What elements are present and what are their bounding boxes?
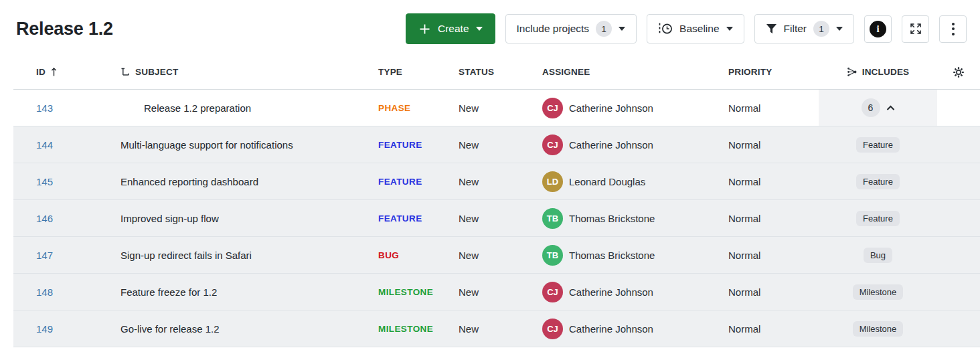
chevron-down-icon <box>836 27 843 31</box>
column-header-assignee[interactable]: ASSIGNEE <box>542 67 728 77</box>
create-button-label: Create <box>438 23 469 35</box>
work-package-subject: Improved sign-up flow <box>120 213 219 224</box>
chevron-down-icon <box>476 27 483 31</box>
assignee-name: Catherine Johnson <box>569 139 653 151</box>
work-package-id-link[interactable]: 148 <box>36 286 53 298</box>
assignee-cell[interactable]: CJ Catherine Johnson <box>542 135 728 155</box>
assignee-name: Leonard Douglas <box>569 176 645 187</box>
column-header-type[interactable]: TYPE <box>378 67 459 77</box>
hierarchy-icon <box>120 67 131 77</box>
info-icon: i <box>870 21 886 37</box>
include-projects-label: Include projects <box>517 23 590 35</box>
filter-count-badge: 1 <box>813 21 829 37</box>
create-button[interactable]: Create <box>406 13 495 44</box>
work-package-type: BUG <box>378 250 399 260</box>
gear-icon <box>953 66 965 78</box>
work-package-priority: Normal <box>728 286 760 298</box>
avatar: CJ <box>542 135 563 155</box>
assignee-cell[interactable]: TB Thomas Brickstone <box>542 245 728 266</box>
plus-icon <box>418 23 431 35</box>
work-package-priority: Normal <box>728 176 760 187</box>
sort-ascending-icon <box>50 67 58 77</box>
kebab-menu-icon <box>952 23 955 35</box>
filter-label: Filter <box>784 23 807 35</box>
work-package-status: New <box>459 213 479 224</box>
work-package-id-link[interactable]: 145 <box>36 176 53 187</box>
column-header-priority[interactable]: PRIORITY <box>728 67 819 77</box>
assignee-name: Catherine Johnson <box>569 102 653 114</box>
avatar: TB <box>542 245 563 266</box>
chevron-up-icon <box>886 105 895 111</box>
assignee-cell[interactable]: CJ Catherine Johnson <box>542 98 728 118</box>
work-package-subject: Release 1.2 preparation <box>144 102 251 114</box>
baseline-clock-icon <box>658 22 673 35</box>
info-button[interactable]: i <box>864 15 892 43</box>
work-package-priority: Normal <box>728 139 760 151</box>
column-header-status[interactable]: STATUS <box>459 67 542 77</box>
work-package-subject: Multi-language support for notifications <box>120 139 293 151</box>
table-row[interactable]: 147 Sign-up redirect fails in Safari BUG… <box>13 237 980 274</box>
table-row[interactable]: 145 Enhanced reporting dashboard FEATURE… <box>13 163 980 200</box>
table-row[interactable]: 143 Release 1.2 preparation PHASE New CJ… <box>13 90 980 126</box>
fullscreen-button[interactable] <box>902 15 929 43</box>
avatar: TB <box>542 208 563 229</box>
relation-type-badge: Feature <box>856 211 900 226</box>
table-row[interactable]: 148 Feature freeze for 1.2 MILESTONE New… <box>13 274 980 310</box>
work-packages-table: ID SUBJECT TYPE STATUS ASSIGNEE PRIORITY <box>13 55 980 347</box>
assignee-cell[interactable]: CJ Catherine Johnson <box>542 282 728 302</box>
relation-type-badge: Feature <box>856 137 900 153</box>
table-row[interactable]: 144 Multi-language support for notificat… <box>13 126 980 163</box>
assignee-cell[interactable]: TB Thomas Brickstone <box>542 208 728 229</box>
work-package-id-link[interactable]: 144 <box>36 139 53 151</box>
table-settings-button[interactable] <box>937 66 980 78</box>
avatar: CJ <box>542 282 563 302</box>
work-package-type: MILESTONE <box>378 324 433 334</box>
column-header-subject[interactable]: SUBJECT <box>120 67 378 77</box>
assignee-cell[interactable]: CJ Catherine Johnson <box>542 319 728 339</box>
work-package-subject: Enhanced reporting dashboard <box>120 176 258 187</box>
column-header-status-label: STATUS <box>459 67 494 77</box>
include-projects-count-badge: 1 <box>596 21 612 37</box>
work-package-id-link[interactable]: 143 <box>36 102 53 114</box>
filter-funnel-icon <box>766 23 777 34</box>
relation-type-badge: Feature <box>856 174 900 189</box>
assignee-name: Catherine Johnson <box>569 286 653 298</box>
column-header-subject-label: SUBJECT <box>135 67 178 77</box>
column-header-includes-label: INCLUDES <box>862 67 910 77</box>
relation-type-badge: Milestone <box>853 284 904 300</box>
work-package-priority: Normal <box>728 250 760 261</box>
avatar: CJ <box>542 319 563 339</box>
table-row[interactable]: 149 Go-live for release 1.2 MILESTONE Ne… <box>13 310 980 347</box>
baseline-button[interactable]: Baseline <box>647 14 744 43</box>
table-row[interactable]: 146 Improved sign-up flow FEATURE New TB… <box>13 200 980 237</box>
more-options-button[interactable] <box>939 15 967 43</box>
relations-icon <box>847 67 858 77</box>
work-package-id-link[interactable]: 149 <box>36 323 53 335</box>
work-package-status: New <box>459 176 479 187</box>
avatar: LD <box>542 171 563 192</box>
work-package-priority: Normal <box>728 323 760 335</box>
work-package-subject: Sign-up redirect fails in Safari <box>120 250 252 261</box>
avatar: CJ <box>542 98 563 118</box>
work-package-subject: Go-live for release 1.2 <box>120 323 220 335</box>
table-header-row: ID SUBJECT TYPE STATUS ASSIGNEE PRIORITY <box>13 55 980 90</box>
column-header-id[interactable]: ID <box>27 67 120 77</box>
include-projects-button[interactable]: Include projects 1 <box>505 14 637 43</box>
column-header-includes[interactable]: INCLUDES <box>819 67 937 77</box>
chevron-down-icon <box>726 27 733 31</box>
work-package-priority: Normal <box>728 102 760 114</box>
page-title: Release 1.2 <box>16 19 113 39</box>
relation-type-badge: Bug <box>864 248 892 263</box>
assignee-name: Catherine Johnson <box>569 323 653 335</box>
column-header-id-label: ID <box>36 67 46 77</box>
includes-collapse-toggle[interactable]: 6 <box>862 98 895 117</box>
work-package-type: MILESTONE <box>378 287 433 297</box>
work-package-type: FEATURE <box>378 213 422 224</box>
baseline-label: Baseline <box>679 23 719 35</box>
work-package-id-link[interactable]: 147 <box>36 250 53 261</box>
assignee-name: Thomas Brickstone <box>569 213 655 224</box>
filter-button[interactable]: Filter 1 <box>754 14 854 43</box>
assignee-cell[interactable]: LD Leonard Douglas <box>542 171 728 192</box>
work-package-status: New <box>459 102 479 114</box>
work-package-id-link[interactable]: 146 <box>36 213 53 224</box>
